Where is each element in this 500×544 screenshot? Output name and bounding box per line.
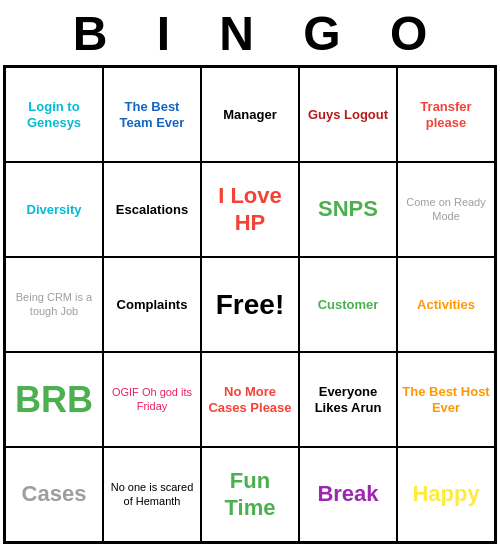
bingo-cell: Guys Logout — [299, 67, 397, 162]
bingo-cell: BRB — [5, 352, 103, 447]
bingo-cell: Transfer please — [397, 67, 495, 162]
bingo-cell: SNPS — [299, 162, 397, 257]
bingo-cell: Escalations — [103, 162, 201, 257]
bingo-cell: Diversity — [5, 162, 103, 257]
bingo-cell: Fun Time — [201, 447, 299, 542]
bingo-cell: Happy — [397, 447, 495, 542]
bingo-cell: The Best Team Ever — [103, 67, 201, 162]
bingo-cell: Free! — [201, 257, 299, 352]
bingo-cell: No one is scared of Hemanth — [103, 447, 201, 542]
bingo-cell: Break — [299, 447, 397, 542]
bingo-title: B I N G O — [0, 0, 500, 65]
bingo-cell: Being CRM is a tough Job — [5, 257, 103, 352]
bingo-cell: Complaints — [103, 257, 201, 352]
bingo-cell: Login to Genesys — [5, 67, 103, 162]
bingo-cell: Activities — [397, 257, 495, 352]
bingo-cell: Everyone Likes Arun — [299, 352, 397, 447]
bingo-cell: I Love HP — [201, 162, 299, 257]
bingo-cell: Come on Ready Mode — [397, 162, 495, 257]
bingo-cell: No More Cases Please — [201, 352, 299, 447]
bingo-cell: OGIF Oh god its Friday — [103, 352, 201, 447]
bingo-cell: The Best Host Ever — [397, 352, 495, 447]
bingo-cell: Customer — [299, 257, 397, 352]
bingo-cell: Manager — [201, 67, 299, 162]
bingo-grid: Login to GenesysThe Best Team EverManage… — [3, 65, 497, 544]
bingo-cell: Cases — [5, 447, 103, 542]
